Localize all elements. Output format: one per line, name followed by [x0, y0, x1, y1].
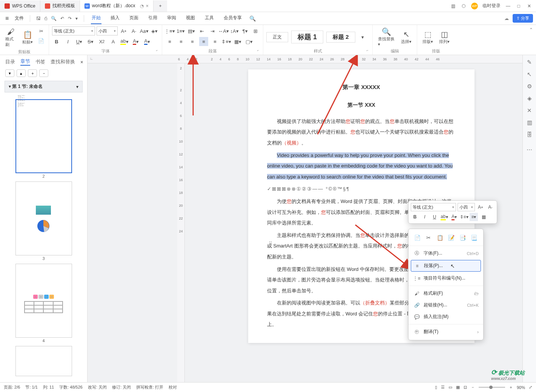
show-marks-icon[interactable]: ¶▾: [241, 26, 249, 35]
rb-style-icon[interactable]: ◈: [527, 95, 532, 102]
view-mode-icon[interactable]: ⊡: [464, 385, 467, 390]
underline-icon[interactable]: U▾: [75, 37, 84, 46]
status-overwrite[interactable]: 改写: 关闭: [88, 384, 107, 390]
search-icon[interactable]: 🔍: [249, 15, 256, 22]
mini-italic-icon[interactable]: I: [421, 213, 429, 221]
align-left-icon[interactable]: ≡: [165, 37, 174, 46]
tile-icon[interactable]: ▥: [450, 3, 456, 9]
zoom-value[interactable]: 90%: [517, 385, 525, 390]
indent-dec-icon[interactable]: ⇤: [198, 26, 206, 35]
font-grow-icon[interactable]: A+: [119, 26, 128, 35]
mini-color-icon[interactable]: A▾: [450, 213, 458, 221]
qat-dropdown-icon[interactable]: ▾: [75, 16, 78, 21]
nav-tab-toc[interactable]: 目录: [5, 58, 15, 65]
tab-document[interactable]: Wword教程（新）.docx◔×: [80, 0, 154, 12]
rb-select-icon[interactable]: ↖: [527, 71, 532, 78]
ruler-vertical[interactable]: 224681012141618202224: [177, 63, 185, 382]
paragraph-launcher-icon[interactable]: ⌐: [257, 48, 259, 52]
change-case-icon[interactable]: Aa▾: [140, 26, 149, 35]
ribbon-collapse-icon[interactable]: ⌃: [526, 25, 536, 55]
tab-close-icon[interactable]: ×: [146, 3, 149, 9]
page-thumbnail-3[interactable]: [15, 181, 72, 255]
align-center-icon[interactable]: ≡: [177, 37, 186, 46]
font-size-select[interactable]: 小四▾: [97, 26, 118, 35]
rb-pen-icon[interactable]: ✎: [527, 59, 532, 66]
nav-remove-button[interactable]: －: [39, 69, 48, 77]
zoom-slider[interactable]: [479, 387, 505, 388]
view-read-icon[interactable]: ▭: [448, 385, 452, 390]
ctx-cut-icon[interactable]: ✂: [424, 234, 433, 242]
numbering-icon[interactable]: 1≡▾: [177, 26, 185, 35]
ctx-paste-special-icon[interactable]: 📝: [447, 234, 455, 242]
login-label[interactable]: 临时登录: [482, 3, 501, 9]
mini-more-icon[interactable]: ▦: [479, 213, 488, 221]
page-thumbnail-2[interactable]: 第一章 XXXXX视频提供了功能强大的方法…为使您的文档具有专业外观…主题和样式…: [15, 99, 72, 173]
minimize-icon[interactable]: —: [505, 3, 511, 9]
nav-tri-button[interactable]: ▴: [17, 69, 26, 77]
tab-recent-icon[interactable]: ◔: [140, 3, 144, 9]
rb-clip-icon[interactable]: ▥: [527, 119, 532, 126]
ctx-translate[interactable]: ㊥翻译(T)›: [409, 326, 483, 338]
mini-bold-icon[interactable]: B: [411, 213, 419, 221]
status-words[interactable]: 字数: 48/526: [59, 384, 83, 390]
italic-icon[interactable]: I: [63, 37, 72, 46]
status-track[interactable]: 修订: 关闭: [112, 384, 131, 390]
ctx-format-painter[interactable]: 🖌格式刷(F)🗁: [409, 287, 483, 299]
undo-icon[interactable]: ↶: [60, 16, 64, 21]
nav-tab-section[interactable]: 章节: [20, 58, 30, 66]
font-family-select[interactable]: 等线 (正文)▾: [52, 26, 95, 35]
mini-size-select[interactable]: 小四▾: [458, 203, 475, 211]
cube-icon[interactable]: ⬡: [461, 3, 467, 9]
align-distribute-icon[interactable]: ≡: [210, 37, 220, 46]
tab-home[interactable]: 开始: [91, 12, 101, 24]
save-icon[interactable]: 🖫: [36, 16, 41, 21]
rb-more-icon[interactable]: ⋯: [527, 146, 532, 153]
nav-collapse-button[interactable]: ▾: [5, 69, 14, 77]
tab-tools[interactable]: 工具: [204, 12, 215, 24]
section-header[interactable]: ▾ 第 1 节: 未命名▾: [5, 81, 83, 92]
tab-insert[interactable]: 插入: [110, 12, 120, 24]
select-button[interactable]: ↖选择▾: [399, 26, 414, 48]
nav-tab-bookmark[interactable]: 书签: [35, 58, 45, 65]
redo-icon[interactable]: ↷: [68, 16, 72, 21]
typeset-button[interactable]: ⬚排版▾: [420, 26, 435, 48]
mini-align-icon[interactable]: ≡▾: [470, 213, 478, 221]
view-outline-icon[interactable]: ☰: [441, 385, 445, 390]
copy-icon[interactable]: 📄: [37, 36, 46, 45]
nav-add-button[interactable]: ＋: [28, 69, 37, 77]
avatar[interactable]: WP: [471, 3, 478, 9]
tab-review[interactable]: 审阅: [166, 12, 177, 24]
shading-icon[interactable]: ▦▾: [233, 37, 242, 46]
superscript-icon[interactable]: X2: [97, 37, 106, 46]
ctx-paste-text-icon[interactable]: 📑: [458, 234, 467, 242]
status-proof[interactable]: 校对: [169, 384, 177, 390]
font-color-icon[interactable]: A▾: [131, 37, 140, 46]
zoom-out-icon[interactable]: －: [471, 384, 475, 390]
close-icon[interactable]: ✕: [526, 3, 532, 9]
styles-launcher-icon[interactable]: ⌐: [367, 48, 369, 52]
arrange-button[interactable]: ◫排列▾: [437, 26, 452, 48]
style-normal[interactable]: 正文: [266, 32, 288, 42]
view-web-icon[interactable]: ▦: [456, 385, 460, 390]
ctx-font[interactable]: Ⓐ字体(F)...Ctrl+D: [409, 247, 483, 259]
tab-view[interactable]: 视图: [185, 12, 196, 24]
style-heading1[interactable]: 标题 1: [291, 31, 323, 43]
editor-canvas[interactable]: ∟ 64224681012141618202224262830323436384…: [88, 55, 522, 382]
clear-format-icon[interactable]: ◈▾: [150, 26, 159, 35]
nav-close-icon[interactable]: ×: [80, 59, 83, 65]
preview-icon[interactable]: 🔍: [51, 16, 57, 21]
font-launcher-icon[interactable]: ⌐: [156, 48, 158, 52]
view-print-icon[interactable]: ▯: [435, 385, 437, 390]
ctx-copy-icon[interactable]: 📄: [413, 234, 421, 242]
strike-icon[interactable]: S▾: [86, 37, 95, 46]
bullets-icon[interactable]: ⋮≡▾: [165, 26, 174, 35]
ctx-paragraph[interactable]: ≡段落(P)...↖: [411, 260, 481, 272]
print-icon[interactable]: ⎙: [45, 16, 47, 21]
paste-button[interactable]: 📋粘贴▾: [20, 26, 35, 48]
status-section[interactable]: 节: 1/1: [25, 384, 37, 390]
mini-highlight-icon[interactable]: ab▾: [440, 213, 448, 221]
page-thumbnail-5[interactable]: [15, 346, 72, 376]
ctx-hyperlink[interactable]: 🔗超链接(H)...Ctrl+K: [409, 299, 483, 311]
nav-tab-find[interactable]: 查找和替换: [51, 58, 75, 65]
font-shrink-icon[interactable]: A-: [129, 26, 138, 35]
